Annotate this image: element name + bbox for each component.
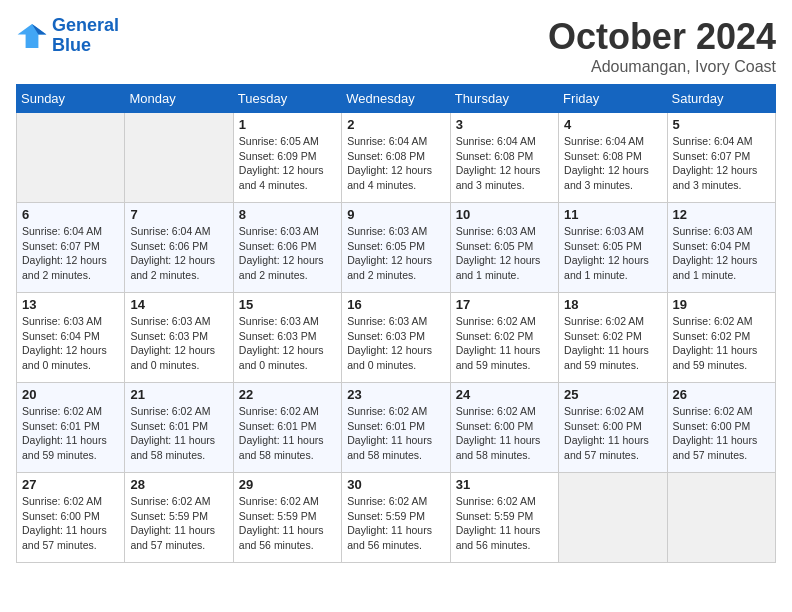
day-info: Sunrise: 6:02 AM Sunset: 6:02 PM Dayligh… xyxy=(564,314,661,373)
calendar-cell: 9Sunrise: 6:03 AM Sunset: 6:05 PM Daylig… xyxy=(342,203,450,293)
day-info: Sunrise: 6:03 AM Sunset: 6:03 PM Dayligh… xyxy=(239,314,336,373)
calendar-cell: 2Sunrise: 6:04 AM Sunset: 6:08 PM Daylig… xyxy=(342,113,450,203)
day-info: Sunrise: 6:03 AM Sunset: 6:05 PM Dayligh… xyxy=(564,224,661,283)
day-number: 25 xyxy=(564,387,661,402)
calendar-cell: 17Sunrise: 6:02 AM Sunset: 6:02 PM Dayli… xyxy=(450,293,558,383)
calendar-cell: 10Sunrise: 6:03 AM Sunset: 6:05 PM Dayli… xyxy=(450,203,558,293)
day-number: 31 xyxy=(456,477,553,492)
day-number: 13 xyxy=(22,297,119,312)
day-number: 1 xyxy=(239,117,336,132)
calendar-cell: 29Sunrise: 6:02 AM Sunset: 5:59 PM Dayli… xyxy=(233,473,341,563)
calendar-cell: 23Sunrise: 6:02 AM Sunset: 6:01 PM Dayli… xyxy=(342,383,450,473)
calendar-week-4: 20Sunrise: 6:02 AM Sunset: 6:01 PM Dayli… xyxy=(17,383,776,473)
weekday-header-sunday: Sunday xyxy=(17,85,125,113)
calendar-cell xyxy=(125,113,233,203)
calendar-cell: 21Sunrise: 6:02 AM Sunset: 6:01 PM Dayli… xyxy=(125,383,233,473)
calendar-cell: 13Sunrise: 6:03 AM Sunset: 6:04 PM Dayli… xyxy=(17,293,125,383)
calendar-week-2: 6Sunrise: 6:04 AM Sunset: 6:07 PM Daylig… xyxy=(17,203,776,293)
day-number: 11 xyxy=(564,207,661,222)
day-info: Sunrise: 6:02 AM Sunset: 5:59 PM Dayligh… xyxy=(239,494,336,553)
calendar-cell: 3Sunrise: 6:04 AM Sunset: 6:08 PM Daylig… xyxy=(450,113,558,203)
calendar-cell: 26Sunrise: 6:02 AM Sunset: 6:00 PM Dayli… xyxy=(667,383,775,473)
calendar-cell: 5Sunrise: 6:04 AM Sunset: 6:07 PM Daylig… xyxy=(667,113,775,203)
calendar-cell: 16Sunrise: 6:03 AM Sunset: 6:03 PM Dayli… xyxy=(342,293,450,383)
day-number: 30 xyxy=(347,477,444,492)
day-number: 12 xyxy=(673,207,770,222)
day-info: Sunrise: 6:04 AM Sunset: 6:08 PM Dayligh… xyxy=(456,134,553,193)
day-number: 3 xyxy=(456,117,553,132)
calendar-body: 1Sunrise: 6:05 AM Sunset: 6:09 PM Daylig… xyxy=(17,113,776,563)
day-info: Sunrise: 6:04 AM Sunset: 6:07 PM Dayligh… xyxy=(22,224,119,283)
logo-text: General Blue xyxy=(52,16,119,56)
calendar-cell: 4Sunrise: 6:04 AM Sunset: 6:08 PM Daylig… xyxy=(559,113,667,203)
day-info: Sunrise: 6:02 AM Sunset: 6:01 PM Dayligh… xyxy=(22,404,119,463)
calendar-cell: 19Sunrise: 6:02 AM Sunset: 6:02 PM Dayli… xyxy=(667,293,775,383)
day-info: Sunrise: 6:02 AM Sunset: 6:02 PM Dayligh… xyxy=(673,314,770,373)
day-info: Sunrise: 6:02 AM Sunset: 6:00 PM Dayligh… xyxy=(456,404,553,463)
calendar-week-5: 27Sunrise: 6:02 AM Sunset: 6:00 PM Dayli… xyxy=(17,473,776,563)
day-info: Sunrise: 6:03 AM Sunset: 6:03 PM Dayligh… xyxy=(130,314,227,373)
day-number: 7 xyxy=(130,207,227,222)
calendar-cell: 6Sunrise: 6:04 AM Sunset: 6:07 PM Daylig… xyxy=(17,203,125,293)
day-number: 5 xyxy=(673,117,770,132)
day-info: Sunrise: 6:03 AM Sunset: 6:04 PM Dayligh… xyxy=(22,314,119,373)
location-subtitle: Adoumangan, Ivory Coast xyxy=(548,58,776,76)
day-info: Sunrise: 6:03 AM Sunset: 6:04 PM Dayligh… xyxy=(673,224,770,283)
svg-marker-0 xyxy=(18,24,47,48)
day-number: 29 xyxy=(239,477,336,492)
day-number: 4 xyxy=(564,117,661,132)
calendar-cell: 11Sunrise: 6:03 AM Sunset: 6:05 PM Dayli… xyxy=(559,203,667,293)
day-number: 28 xyxy=(130,477,227,492)
calendar-cell: 1Sunrise: 6:05 AM Sunset: 6:09 PM Daylig… xyxy=(233,113,341,203)
weekday-header-tuesday: Tuesday xyxy=(233,85,341,113)
calendar-cell xyxy=(559,473,667,563)
title-block: October 2024 Adoumangan, Ivory Coast xyxy=(548,16,776,76)
day-number: 21 xyxy=(130,387,227,402)
calendar-cell: 15Sunrise: 6:03 AM Sunset: 6:03 PM Dayli… xyxy=(233,293,341,383)
day-number: 8 xyxy=(239,207,336,222)
calendar-cell: 8Sunrise: 6:03 AM Sunset: 6:06 PM Daylig… xyxy=(233,203,341,293)
day-number: 24 xyxy=(456,387,553,402)
logo: General Blue xyxy=(16,16,119,56)
day-number: 10 xyxy=(456,207,553,222)
calendar-cell: 12Sunrise: 6:03 AM Sunset: 6:04 PM Dayli… xyxy=(667,203,775,293)
day-number: 20 xyxy=(22,387,119,402)
day-number: 22 xyxy=(239,387,336,402)
day-info: Sunrise: 6:04 AM Sunset: 6:08 PM Dayligh… xyxy=(564,134,661,193)
weekday-header-row: SundayMondayTuesdayWednesdayThursdayFrid… xyxy=(17,85,776,113)
weekday-header-friday: Friday xyxy=(559,85,667,113)
page-header: General Blue October 2024 Adoumangan, Iv… xyxy=(16,16,776,76)
calendar-table: SundayMondayTuesdayWednesdayThursdayFrid… xyxy=(16,84,776,563)
calendar-cell xyxy=(667,473,775,563)
day-info: Sunrise: 6:03 AM Sunset: 6:06 PM Dayligh… xyxy=(239,224,336,283)
logo-bird-icon xyxy=(16,20,48,52)
calendar-cell: 24Sunrise: 6:02 AM Sunset: 6:00 PM Dayli… xyxy=(450,383,558,473)
day-info: Sunrise: 6:02 AM Sunset: 6:00 PM Dayligh… xyxy=(22,494,119,553)
day-info: Sunrise: 6:05 AM Sunset: 6:09 PM Dayligh… xyxy=(239,134,336,193)
day-info: Sunrise: 6:04 AM Sunset: 6:07 PM Dayligh… xyxy=(673,134,770,193)
calendar-cell: 18Sunrise: 6:02 AM Sunset: 6:02 PM Dayli… xyxy=(559,293,667,383)
month-title: October 2024 xyxy=(548,16,776,58)
calendar-cell: 27Sunrise: 6:02 AM Sunset: 6:00 PM Dayli… xyxy=(17,473,125,563)
calendar-cell: 28Sunrise: 6:02 AM Sunset: 5:59 PM Dayli… xyxy=(125,473,233,563)
day-info: Sunrise: 6:02 AM Sunset: 5:59 PM Dayligh… xyxy=(130,494,227,553)
calendar-week-1: 1Sunrise: 6:05 AM Sunset: 6:09 PM Daylig… xyxy=(17,113,776,203)
day-info: Sunrise: 6:02 AM Sunset: 6:01 PM Dayligh… xyxy=(239,404,336,463)
day-info: Sunrise: 6:04 AM Sunset: 6:06 PM Dayligh… xyxy=(130,224,227,283)
calendar-week-3: 13Sunrise: 6:03 AM Sunset: 6:04 PM Dayli… xyxy=(17,293,776,383)
day-info: Sunrise: 6:02 AM Sunset: 6:01 PM Dayligh… xyxy=(130,404,227,463)
logo-line1: General xyxy=(52,15,119,35)
weekday-header-saturday: Saturday xyxy=(667,85,775,113)
day-info: Sunrise: 6:02 AM Sunset: 6:02 PM Dayligh… xyxy=(456,314,553,373)
day-info: Sunrise: 6:02 AM Sunset: 5:59 PM Dayligh… xyxy=(347,494,444,553)
calendar-cell xyxy=(17,113,125,203)
calendar-cell: 22Sunrise: 6:02 AM Sunset: 6:01 PM Dayli… xyxy=(233,383,341,473)
day-info: Sunrise: 6:02 AM Sunset: 5:59 PM Dayligh… xyxy=(456,494,553,553)
day-number: 16 xyxy=(347,297,444,312)
day-info: Sunrise: 6:03 AM Sunset: 6:05 PM Dayligh… xyxy=(456,224,553,283)
day-number: 17 xyxy=(456,297,553,312)
weekday-header-wednesday: Wednesday xyxy=(342,85,450,113)
day-info: Sunrise: 6:04 AM Sunset: 6:08 PM Dayligh… xyxy=(347,134,444,193)
day-number: 19 xyxy=(673,297,770,312)
day-info: Sunrise: 6:02 AM Sunset: 6:01 PM Dayligh… xyxy=(347,404,444,463)
